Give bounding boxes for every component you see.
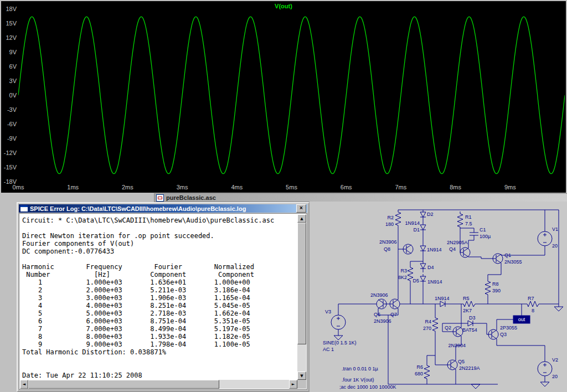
vertical-scroll-thumb[interactable] [297,223,306,344]
schematic-label: R8 [492,281,499,287]
diode-D1[interactable] [420,223,426,234]
transistor-Q5[interactable] [447,360,457,370]
resistor-R2[interactable] [395,210,401,226]
x-tick-label: 6ms [335,184,357,190]
svg-text:out: out [518,317,525,322]
y-tick-label: 12V [1,34,17,41]
schematic-label: 8K2 [398,275,407,280]
y-tick-label: 18V [1,6,17,12]
x-tick-label: 9ms [499,184,521,190]
net-label-out[interactable]: out [513,316,530,323]
schematic-label: 680 [415,371,423,376]
voltage-source-V3[interactable] [331,312,346,332]
waveform-trace [18,9,565,182]
y-tick-label: 6V [1,63,17,70]
y-tick-label: -9V [1,135,17,142]
schematic-label: R7 [528,296,534,301]
diode-D2[interactable] [420,210,426,221]
scroll-down-icon[interactable]: ▼ [297,372,306,380]
scrollbar-corner [297,380,306,389]
schematic-label: Q2 [445,325,451,331]
capacitor-C1[interactable] [470,228,478,239]
schematic-label: V2 [552,357,558,363]
schematic-label: D2 [427,212,434,217]
x-tick-label: 4ms [226,184,248,190]
schematic-label: SINE(0 1.5 1K) [323,340,357,345]
schematic-label: 2N3904 [448,343,466,348]
schematic-label: R3 [400,268,407,274]
y-tick-label: 0V [1,92,17,99]
x-tick-label: 8ms [445,184,467,190]
spice-log-icon [20,205,28,212]
schematic-label: 390 [492,288,501,293]
schematic-label: 8 [532,308,534,313]
x-tick-label: 0ms [7,184,29,190]
log-text: Circuit: * C:\Data\LTC\SwCADIII\homebrew… [20,214,297,380]
schematic-label: AC 1 [323,347,334,352]
schematic-label: 7.5 [465,221,472,226]
schematic-label: R6 [416,364,423,370]
diode-1N914-horizontal[interactable] [438,301,449,307]
diode-D5[interactable] [420,274,426,285]
x-tick-label: 5ms [281,184,303,190]
y-tick-label: 9V [1,49,17,55]
schematic-label: 2N2905A [447,240,468,245]
schematic-label: R1 [465,214,472,220]
schematic-label: 2N2219A [459,365,480,371]
voltage-source-V2[interactable] [538,359,552,379]
y-tick-label: -6V [1,121,17,127]
vertical-scrollbar[interactable]: ▲ ▼ [297,214,306,380]
voltage-source-V1[interactable] [538,229,552,249]
horizontal-scrollbar[interactable]: ◄ ► [20,380,297,389]
resistor-R4[interactable] [432,316,438,332]
schematic-canvas[interactable]: out R2180D21N914D1R17.5C1100µ2N3906Q81N9… [310,202,567,392]
ground-icon[interactable] [540,382,549,386]
ground-icon[interactable] [471,384,480,389]
horizontal-scroll-thumb[interactable] [28,380,219,389]
transistor-Q8[interactable] [403,244,413,254]
close-button[interactable]: × [296,204,306,213]
error-log-window: SPICE Error Log: C:\Data\LTC\SwCADIII\ho… [17,202,310,392]
x-tick-label: 7ms [390,184,412,190]
scroll-left-icon[interactable]: ◄ [20,380,28,389]
y-tick-label: 15V [1,20,17,27]
y-tick-label: -12V [1,149,17,156]
transistor-Q2[interactable] [453,327,463,337]
schematic-label: C1 [480,227,486,233]
schematic-label: Q3 [500,332,507,337]
schematic-label: 100µ [480,234,491,239]
schematic-label: Q5 [458,359,465,364]
wire[interactable] [398,221,423,304]
schematic-window-title: pureBclassic.asc [166,194,216,201]
schematic-label: 2N3055 [504,259,522,265]
resistor-R5[interactable] [462,301,476,307]
resistor-R1[interactable] [457,212,463,228]
transistor-Q3[interactable] [488,329,498,339]
transistor-Q1[interactable] [493,254,503,264]
diode-D4[interactable] [420,261,426,272]
resistor-R7[interactable] [525,301,539,307]
schematic-label: R4 [425,319,431,324]
scroll-up-icon[interactable]: ▲ [297,214,306,223]
schematic-label: R5 [463,296,470,301]
diode-D3-BAT54[interactable] [466,321,477,326]
wire[interactable] [378,308,498,384]
resistor-R8[interactable] [485,279,491,296]
schematic-label: D1 [413,227,420,233]
error-log-titlebar[interactable]: SPICE Error Log: C:\Data\LTC\SwCADIII\ho… [19,204,307,213]
schematic-label: Q6 [374,312,380,317]
transistor-Q4[interactable] [460,247,470,257]
transistor-Q6[interactable] [377,299,386,309]
ground-icon[interactable] [554,307,563,311]
waveform-pane[interactable]: V(out) 18V15V12V9V6V3V0V-3V-6V-9V-12V-15… [1,1,566,193]
schematic-label: Q7 [390,312,397,317]
transistor-Q7[interactable] [390,299,400,309]
schematic-window-titlebar[interactable]: pureBclassic.asc [154,193,567,202]
diode-1N914[interactable] [420,244,426,255]
ground-icon[interactable] [334,336,343,340]
schematic-label: 20 [552,374,558,379]
schematic-label: Q8 [384,246,390,252]
scroll-right-icon[interactable]: ► [289,380,297,389]
resistor-R6[interactable] [424,363,430,380]
schematic-label: 1N914 [427,279,442,285]
